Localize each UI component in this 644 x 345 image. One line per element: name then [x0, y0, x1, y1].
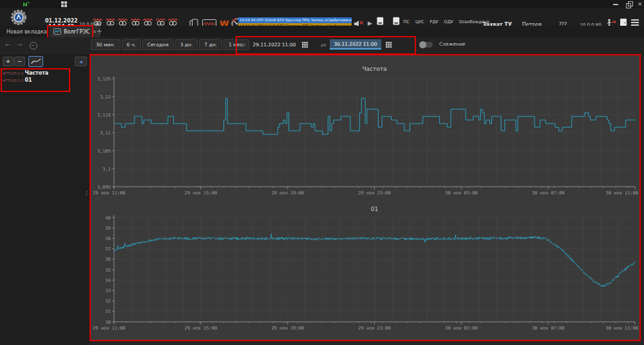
- remove-signal-button[interactable]: −: [14, 57, 25, 66]
- svg-text:29 ноя 11:00: 29 ноя 11:00: [93, 191, 126, 196]
- signal-sidebar: + − ◀ #TT105:1:1 Частота #TT105:1:2 01: [0, 54, 90, 345]
- svg-text:3,115: 3,115: [97, 113, 111, 118]
- app-logo-gear-icon: [10, 9, 27, 26]
- substation-icon: [142, 18, 153, 26]
- svg-text:Частота: Частота: [362, 66, 386, 72]
- range-button-group: 30 мин. 6 ч. Сегодня 3 дн. 7 дн. 1 мес.: [91, 39, 249, 50]
- alert-status: Срабатывание: [327, 18, 352, 22]
- tab-volggres[interactable]: ВолгГРЭС ×: [50, 26, 100, 37]
- chart-panel: Частота3,1253,123,1153,113,1053,13,09529…: [90, 54, 641, 341]
- svg-text:30 ноя 03:00: 30 ноя 03:00: [445, 191, 478, 196]
- substation-icon: [105, 18, 116, 26]
- svg-text:3,125: 3,125: [97, 77, 111, 82]
- svg-text:29 ноя 19:00: 29 ноя 19:00: [271, 326, 304, 331]
- signal-id: #TT105:1:1: [3, 71, 23, 75]
- substation-icon: [117, 18, 128, 26]
- svg-text:33: 33: [106, 288, 111, 294]
- add-signal-button[interactable]: +: [3, 57, 14, 66]
- substation-icon: [167, 18, 178, 26]
- menu-hamburger-icon[interactable]: [631, 19, 639, 26]
- signal-name: Частота: [24, 70, 48, 76]
- history-forward-icon[interactable]: →: [17, 41, 22, 48]
- minimize-button[interactable]: [613, 4, 618, 5]
- range-button[interactable]: 3 дн.: [175, 39, 198, 50]
- alert-time: 14:54:44: [238, 18, 256, 22]
- chart-frequency[interactable]: Частота3,1253,123,1153,113,1053,13,09529…: [91, 58, 639, 203]
- to-label: до: [321, 42, 326, 48]
- radio-label: ПС: [403, 19, 409, 24]
- curve-mode-button[interactable]: [28, 56, 43, 67]
- restore-button[interactable]: [626, 3, 631, 8]
- follow-label: Слежение: [439, 41, 465, 47]
- svg-text:38: 38: [106, 236, 111, 241]
- from-date-input[interactable]: [250, 40, 299, 49]
- chart-01[interactable]: 01403938373635343332313029 ноя 11:0029 н…: [91, 203, 639, 340]
- svg-text:30 ноя 11:00: 30 ноя 11:00: [605, 191, 638, 196]
- svg-text:32: 32: [106, 299, 111, 304]
- svg-text:3,105: 3,105: [97, 149, 111, 154]
- substation-icon: [130, 18, 141, 26]
- history-back-icon[interactable]: ←: [5, 41, 10, 48]
- range-button[interactable]: 30 мин.: [91, 39, 120, 50]
- svg-text:29 ноя 19:00: 29 ноя 19:00: [271, 191, 304, 196]
- svg-text:29 ноя 23:00: 29 ноя 23:00: [358, 326, 391, 331]
- svg-text:37: 37: [106, 247, 111, 252]
- splitter-handle[interactable]: ⋮: [84, 192, 90, 195]
- substation-icon: [92, 18, 103, 26]
- svg-text:29 ноя 15:00: 29 ноя 15:00: [185, 326, 218, 331]
- svg-text:35: 35: [106, 268, 111, 273]
- svg-text:30 ноя 07:00: 30 ноя 07:00: [532, 191, 565, 196]
- to-date-input[interactable]: [330, 39, 381, 50]
- title-bar: ×: [0, 0, 644, 8]
- svg-text:30: 30: [106, 320, 111, 325]
- radio-label: ЦУС: [415, 19, 424, 24]
- svg-text:36: 36: [106, 257, 111, 262]
- svg-text:31: 31: [106, 309, 111, 314]
- curve-icon: [31, 57, 41, 65]
- legend-item-frequency[interactable]: #TT105:1:1 Частота: [0, 70, 71, 77]
- svg-text:3,095: 3,095: [97, 185, 111, 190]
- svg-text:30 ноя 11:00: 30 ноя 11:00: [605, 326, 638, 331]
- range-button[interactable]: 7 дн.: [199, 39, 222, 50]
- alert-text: ОРУ 500кВ ВЛ2 Бреслер ПРЦ Запись ос...: [256, 18, 327, 22]
- range-button[interactable]: Сегодня: [142, 39, 174, 50]
- calendar-icon[interactable]: [301, 41, 308, 48]
- svg-text:30 ноя 07:00: 30 ноя 07:00: [532, 326, 565, 331]
- radio-label: РДУ: [430, 19, 439, 24]
- svg-text:39: 39: [106, 226, 111, 231]
- collapse-sidebar-button[interactable]: ◀: [75, 57, 87, 66]
- svg-text:34: 34: [106, 278, 111, 283]
- svg-text:29 ноя 23:00: 29 ноя 23:00: [358, 191, 391, 196]
- tab-bar: Новая вкладка × ВолгГРЭС × +: [0, 26, 644, 37]
- range-button[interactable]: 6 ч.: [122, 39, 141, 50]
- tab-label: ВолгГРЭС: [64, 29, 90, 35]
- substation-icon: [155, 18, 166, 26]
- signal-legend: #TT105:1:1 Частота #TT105:1:2 01: [0, 70, 71, 84]
- alert-row[interactable]: 14:54:44 ОРУ 500кВ ВЛ2 Бреслер ПРЦ Запис…: [238, 17, 352, 23]
- svg-text:01: 01: [371, 206, 378, 212]
- close-button[interactable]: ×: [638, 1, 643, 7]
- tab-label: Новая вкладка: [6, 29, 47, 35]
- svg-text:3,11: 3,11: [100, 131, 111, 136]
- svg-text:3,12: 3,12: [100, 95, 111, 100]
- svg-text:3,1: 3,1: [102, 167, 111, 172]
- legend-item-01[interactable]: #TT105:1:2 01: [0, 77, 71, 84]
- main-toolbar: 01.12.2022 14:54:43 10.0.0.80 Главная 50…: [0, 8, 644, 26]
- signal-id: #TT105:1:2: [3, 79, 23, 82]
- svg-text:29 ноя 15:00: 29 ноя 15:00: [185, 191, 218, 196]
- calendar-icon[interactable]: [385, 41, 392, 48]
- new-tab-button[interactable]: +: [97, 28, 102, 35]
- svg-text:40: 40: [106, 216, 111, 221]
- svg-text:29 ноя 11:00: 29 ноя 11:00: [93, 326, 126, 331]
- chart-tab-icon: [53, 28, 61, 35]
- cabinet-icon: [376, 17, 384, 26]
- app-window: × 01.12.2022 14:54:43 10.0.0.80 Главная …: [0, 0, 644, 345]
- cabinet-icon: [392, 17, 401, 26]
- toggle-knob-icon: [419, 41, 426, 48]
- zoom-out-icon[interactable]: [30, 42, 37, 50]
- tray-app-icon: [23, 1, 30, 7]
- follow-toggle[interactable]: [420, 42, 433, 48]
- apps-grid-icon[interactable]: [61, 1, 67, 7]
- svg-text:30 ноя 03:00: 30 ноя 03:00: [445, 326, 478, 331]
- from-label: от: [241, 42, 246, 48]
